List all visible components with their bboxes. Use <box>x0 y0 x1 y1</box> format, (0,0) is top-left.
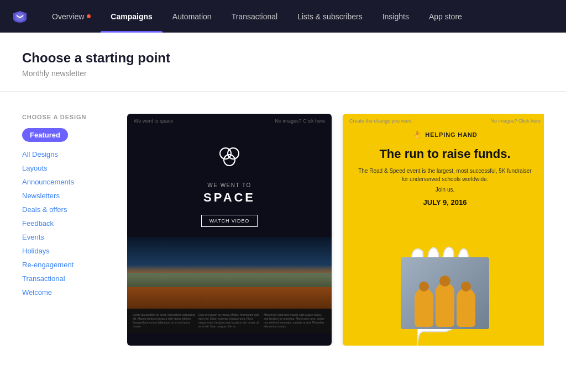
templates-grid: We went to space No images? Click here W… <box>127 114 544 346</box>
hand-image <box>343 214 544 346</box>
hand-logo-area: 🤚 HELPING HAND <box>412 130 477 139</box>
sidebar-link-all-designs[interactable]: All Designs <box>22 147 111 161</box>
nav-lists-subscribers[interactable]: Lists & subscribers <box>287 0 372 33</box>
nav-campaigns[interactable]: Campaigns <box>101 0 162 33</box>
space-bottom-text: Lorem ipsum dolor sit amet, consectetur … <box>127 309 332 333</box>
page-subtitle: Monthly newsletter <box>22 69 544 78</box>
children-photo <box>401 257 489 329</box>
navbar: Overview Campaigns Automation Transactio… <box>0 0 566 33</box>
sidebar-section-label: Choose a Design <box>22 114 111 120</box>
space-col-1: Lorem ipsum dolor sit amet, consectetur … <box>133 313 195 329</box>
nav-transactional[interactable]: Transactional <box>222 0 288 33</box>
hand-date: JULY 9, 2016 <box>423 198 467 206</box>
brand-logo[interactable] <box>11 10 29 23</box>
space-image <box>127 237 332 309</box>
space-top-left: We went to space <box>134 118 173 124</box>
space-title: SPACE <box>203 190 255 205</box>
hand-topbar: Create the change you want. No images? C… <box>343 114 544 128</box>
template-card-space[interactable]: We went to space No images? Click here W… <box>127 114 332 346</box>
hand-title: The run to raise funds. <box>368 147 521 161</box>
nav-app-store[interactable]: App store <box>419 0 472 33</box>
hand-join: Join us. <box>436 187 454 193</box>
space-col-2: Cras sed quam eu massa efficitur ferment… <box>198 313 261 329</box>
nav-overview[interactable]: Overview <box>42 0 101 33</box>
sidebar: Choose a Design Featured All Designs Lay… <box>22 114 111 346</box>
hand-subtitle: The Read & Speed event is the largest, m… <box>343 167 544 183</box>
sidebar-link-events[interactable]: Events <box>22 230 111 244</box>
nav-items: Overview Campaigns Automation Transactio… <box>42 0 555 33</box>
space-topbar: We went to space No images? Click here <box>127 114 332 128</box>
page-title: Choose a starting point <box>22 50 544 66</box>
sidebar-link-deals-offers[interactable]: Deals & offers <box>22 203 111 216</box>
sidebar-link-welcome[interactable]: Welcome <box>22 285 111 299</box>
sidebar-link-reengagement[interactable]: Re-engagement <box>22 258 111 272</box>
space-icon <box>216 144 243 173</box>
main-content: Choose a Design Featured All Designs Lay… <box>0 92 566 368</box>
space-top-right: No images? Click here <box>275 118 325 124</box>
nav-insights[interactable]: Insights <box>373 0 419 33</box>
svg-point-1 <box>228 148 239 159</box>
hand-logo-icon: 🤚 <box>412 130 422 139</box>
template-card-helping-hand[interactable]: Create the change you want. No images? C… <box>343 114 544 346</box>
svg-point-2 <box>224 155 235 166</box>
sidebar-link-announcements[interactable]: Announcements <box>22 175 111 189</box>
sidebar-link-holidays[interactable]: Holidays <box>22 244 111 258</box>
sidebar-link-newsletters[interactable]: Newsletters <box>22 189 111 203</box>
sidebar-link-feedback[interactable]: Feedback <box>22 216 111 230</box>
nav-automation[interactable]: Automation <box>163 0 222 33</box>
page-header: Choose a starting point Monthly newslett… <box>0 33 566 92</box>
sidebar-link-transactional[interactable]: Transactional <box>22 272 111 285</box>
hand-top-left: Create the change you want. <box>349 118 413 124</box>
sidebar-link-layouts[interactable]: Layouts <box>22 161 111 175</box>
space-subtitle: WE WENT TO <box>207 182 251 188</box>
hand-top-right: No images? Click here <box>490 118 541 124</box>
hand-logo-text: HELPING HAND <box>425 131 477 138</box>
watch-video-button[interactable]: WATCH VIDEO <box>201 215 258 227</box>
featured-button[interactable]: Featured <box>22 128 68 142</box>
space-col-3: Maecenas venenatis mauris eget augue var… <box>264 313 326 329</box>
nav-dot <box>87 14 91 18</box>
